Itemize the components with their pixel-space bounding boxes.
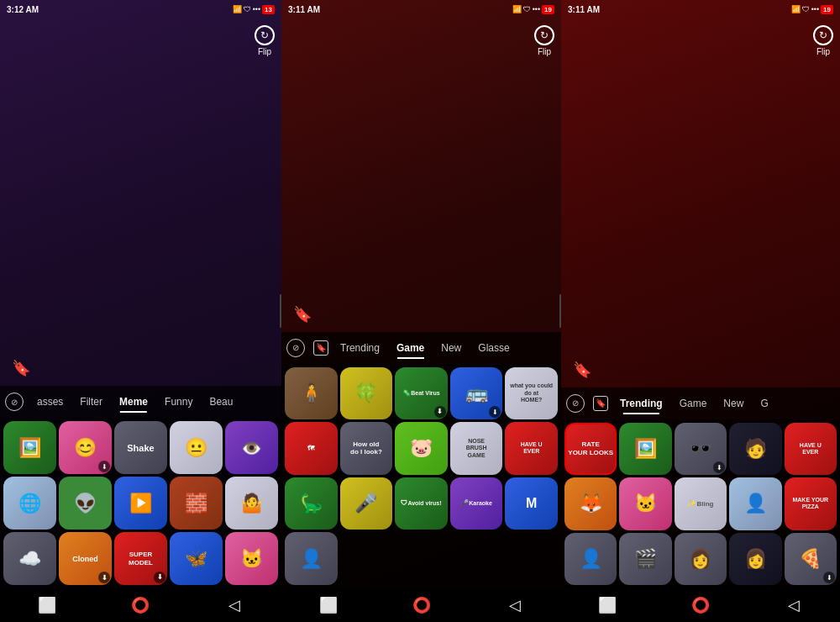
app-icon[interactable]: 🖼️ — [3, 421, 56, 474]
app-icon-clapper[interactable]: 🎬 — [619, 533, 671, 585]
app-icon-face[interactable]: 👤 — [285, 532, 338, 585]
app-icon-supermodel[interactable]: SUPERMODEL⬇ — [114, 532, 167, 585]
time-left: 3:12 AM — [7, 5, 39, 14]
nav-square-middle[interactable]: ⬜ — [313, 590, 344, 620]
flip-button-left[interactable]: ↻ Flip — [255, 25, 275, 56]
shield-icon-left: 🛡 — [244, 5, 251, 13]
app-icon-beatvirus[interactable]: 🦠Beat Virus⬇ — [395, 367, 448, 420]
left-panel: 3:12 AM 📶 🛡 ••• 13 ↻ Flip 🔖 ⊘ asses Filt… — [0, 0, 281, 622]
flip-button-right[interactable]: ↻ Flip — [813, 25, 833, 56]
bookmark-right[interactable]: 🔖 — [573, 361, 591, 379]
tab-meme[interactable]: Meme — [111, 391, 156, 413]
flip-label-left: Flip — [258, 47, 271, 56]
shield-icon-right: 🛡 — [802, 5, 810, 13]
nav-circle-middle[interactable]: ⭕ — [407, 590, 437, 620]
sim-icon-right: 📶 — [791, 5, 801, 13]
dots-icon-right: ••• — [811, 5, 819, 13]
tab-game-middle[interactable]: Game — [388, 337, 433, 359]
flip-label-right: Flip — [816, 47, 830, 56]
tab-g-right[interactable]: G — [752, 393, 776, 414]
tab-funny[interactable]: Funny — [156, 391, 201, 413]
app-grid-right: RATEYOUR LOOKS 🖼️ 🕶️⬇ 🧑 HAVE UEVER 🦊 🐱 ✨… — [561, 419, 840, 588]
shield-icon-middle: 🛡 — [523, 5, 531, 13]
app-icon-brick[interactable]: 🧱 — [170, 477, 223, 530]
app-icon-cloned[interactable]: Cloned⬇ — [59, 532, 112, 585]
app-icon-man[interactable]: 👤 — [564, 533, 617, 585]
app-icon[interactable]: 🧍 — [285, 367, 338, 420]
camera-area-right: ↻ Flip 🔖 — [561, 18, 840, 387]
app-icon-pizza[interactable]: 🍕⬇ — [785, 533, 837, 585]
app-icon-sunglasses[interactable]: 🕶️⬇ — [675, 423, 727, 475]
app-icon-cloud[interactable]: ☁️ — [3, 532, 56, 585]
app-icon-home[interactable]: what you could do atHOME? — [505, 367, 558, 420]
app-icon-gallery[interactable]: 🖼️ — [619, 423, 671, 475]
nav-square-left[interactable]: ⬜ — [32, 590, 62, 620]
app-grid-left: 🖼️ 😊⬇ Shake 😐 👁️ 🌐 👽 ▶️ 🧱 🤷 ☁️ Cloned⬇ S… — [0, 418, 281, 588]
app-icon-howold[interactable]: How olddo I look? — [340, 422, 393, 475]
app-icon-nosebrush[interactable]: NOSEBRUSHGAME — [450, 422, 503, 475]
tab-trending-middle[interactable]: Trending — [332, 337, 388, 359]
tab-filter-left[interactable]: Filter — [71, 391, 111, 413]
app-icon-m[interactable]: M — [505, 477, 558, 530]
app-icon[interactable]: 🌐 — [3, 477, 56, 530]
tab-beau[interactable]: Beau — [201, 391, 241, 413]
app-icon-cat[interactable]: 🐱 — [225, 532, 278, 585]
nav-back-left[interactable]: ◁ — [219, 590, 249, 620]
app-icon[interactable]: 👁️ — [225, 421, 278, 474]
tab-new-middle[interactable]: New — [433, 337, 470, 359]
app-icon-fox[interactable]: 🦊 — [564, 477, 617, 530]
app-icon-mic[interactable]: 🎤 — [340, 477, 393, 530]
nav-circle-left[interactable]: ⭕ — [125, 590, 155, 620]
app-icon-karaoke[interactable]: 🎤Karaoke — [450, 477, 503, 530]
download-badge: ⬇ — [434, 406, 446, 418]
tab-game-right[interactable]: Game — [671, 393, 716, 414]
download-badge: ⬇ — [98, 461, 110, 472]
bookmark-middle[interactable]: 🔖 — [293, 305, 312, 324]
filter-icon-left[interactable]: ⊘ — [5, 393, 24, 411]
app-icon-butterfly[interactable]: 🦋 — [170, 532, 223, 585]
tab-trending-right[interactable]: Trending — [612, 393, 671, 414]
bookmark-tab-middle[interactable]: 🔖 — [313, 340, 328, 356]
app-icon[interactable]: 🍀 — [340, 367, 393, 420]
status-icons-left: 📶 🛡 ••• 13 — [233, 5, 275, 14]
app-icon-person1[interactable]: 🧑 — [729, 423, 781, 475]
app-icon-dino[interactable]: 🦕 — [285, 477, 338, 530]
tab-glasses-middle[interactable]: Glasse — [470, 337, 517, 359]
app-icon-woman2[interactable]: 👩 — [729, 533, 781, 585]
app-grid-middle: 🧍 🍀 🦠Beat Virus⬇ 🚌⬇ what you could do at… — [281, 364, 561, 588]
flip-button-middle[interactable]: ↻ Flip — [534, 25, 554, 56]
flip-icon-right: ↻ — [813, 25, 833, 45]
battery-middle: 19 — [542, 5, 554, 14]
app-icon-kitten[interactable]: 🐱 — [619, 477, 671, 530]
camera-area-middle: ↻ Flip 🔖 — [281, 18, 561, 332]
app-icon-shake[interactable]: Shake — [114, 421, 167, 474]
app-icon[interactable]: 😐 — [170, 421, 223, 474]
app-icon-alien[interactable]: 👽 — [59, 477, 112, 530]
app-icon-makeyourpizza[interactable]: MAKE YOURPIZZA — [785, 477, 837, 530]
time-right: 3:11 AM — [568, 5, 600, 14]
app-icon[interactable]: 😊⬇ — [59, 421, 112, 474]
app-icon-rate[interactable]: 🗺 — [285, 422, 338, 475]
app-icon-avoidvirus[interactable]: 🛡Avoid virus! — [395, 477, 448, 530]
app-icon-haveuever2[interactable]: HAVE UEVER — [785, 423, 837, 475]
nav-circle-right[interactable]: ⭕ — [685, 590, 716, 620]
app-icon-rateyourlooks[interactable]: RATEYOUR LOOKS — [564, 423, 617, 475]
tab-asses[interactable]: asses — [29, 391, 71, 413]
app-icon-bling[interactable]: ✨Bling — [675, 477, 727, 530]
bookmark-tab-right[interactable]: 🔖 — [593, 396, 608, 411]
nav-back-middle[interactable]: ◁ — [500, 590, 530, 620]
app-icon-pig[interactable]: 🐷 — [395, 422, 448, 475]
status-icons-right: 📶 🛡 ••• 19 — [791, 5, 833, 14]
app-icon-bus[interactable]: 🚌⬇ — [450, 367, 503, 420]
nav-square-right[interactable]: ⬜ — [592, 590, 622, 620]
app-icon-face2[interactable]: 👤 — [729, 477, 781, 530]
app-icon[interactable]: ▶️ — [114, 477, 167, 530]
app-icon[interactable]: 🤷 — [225, 477, 278, 530]
filter-icon-middle[interactable]: ⊘ — [286, 339, 305, 357]
app-icon-woman1[interactable]: 👩 — [675, 533, 727, 585]
nav-back-right[interactable]: ◁ — [779, 590, 809, 620]
app-icon-haveuever[interactable]: HAVE UEVER — [505, 422, 558, 475]
bookmark-left[interactable]: 🔖 — [12, 359, 30, 377]
tab-new-right[interactable]: New — [715, 393, 752, 414]
filter-icon-right[interactable]: ⊘ — [566, 394, 585, 413]
